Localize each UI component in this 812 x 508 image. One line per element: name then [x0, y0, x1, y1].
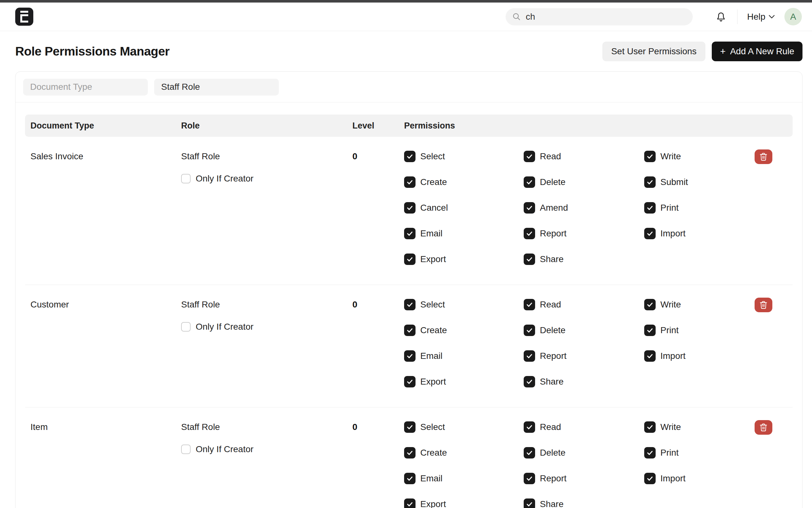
checkbox-checked-icon [404, 228, 415, 239]
checkmark-icon [526, 256, 533, 263]
checkbox-checked-icon [524, 151, 535, 162]
permission-checkbox[interactable]: Create [404, 325, 524, 336]
permission-checkbox[interactable]: Import [644, 473, 793, 484]
permission-checkbox[interactable]: Print [644, 447, 793, 459]
permission-checkbox[interactable]: Share [524, 376, 644, 387]
checkbox-checked-icon [524, 473, 535, 484]
permission-checkbox[interactable]: Import [644, 350, 793, 362]
column-header-level: Level [352, 121, 404, 131]
permission-checkbox[interactable]: Cancel [404, 202, 524, 214]
permission-checkbox[interactable]: Read [524, 299, 644, 310]
checkmark-icon [646, 352, 653, 359]
avatar[interactable]: A [784, 8, 802, 26]
permission-checkbox[interactable]: Report [524, 350, 644, 362]
permission-checkbox[interactable]: Import [644, 228, 793, 239]
permission-checkbox[interactable]: Email [404, 473, 524, 484]
permission-label: Create [420, 177, 447, 187]
navbar: ch Help A [0, 3, 812, 31]
permission-checkbox[interactable]: Report [524, 473, 644, 484]
permission-checkbox[interactable]: Email [404, 350, 524, 362]
permission-checkbox[interactable]: Export [404, 376, 524, 387]
help-menu[interactable]: Help [747, 12, 775, 22]
checkmark-icon [526, 153, 533, 160]
permission-checkbox[interactable]: Create [404, 176, 524, 188]
permission-checkbox[interactable]: Amend [524, 202, 644, 214]
permission-label: Export [420, 254, 446, 264]
permission-checkbox[interactable]: Share [524, 254, 644, 265]
permission-checkbox[interactable]: Delete [524, 447, 644, 459]
window-chrome-strip [0, 0, 812, 3]
permission-label: Select [420, 422, 445, 432]
checkbox-checked-icon [524, 350, 535, 362]
only-if-creator-checkbox[interactable]: Only If Creator [181, 174, 352, 184]
checkbox-checked-icon [524, 447, 535, 459]
column-header-role: Role [181, 121, 352, 131]
checkbox-checked-icon [404, 299, 415, 310]
permission-checkbox[interactable]: Delete [524, 176, 644, 188]
app-logo[interactable] [15, 8, 33, 26]
checkbox-checked-icon [524, 228, 535, 239]
checkbox-checked-icon [404, 254, 415, 265]
checkmark-icon [406, 204, 413, 211]
permission-checkbox[interactable]: Email [404, 228, 524, 239]
permission-checkbox[interactable]: Print [644, 202, 793, 214]
permission-label: Print [661, 325, 679, 335]
rule-level: 0 [352, 421, 404, 508]
permission-checkbox[interactable]: Read [524, 151, 644, 162]
checkbox-checked-icon [404, 202, 415, 214]
checkmark-icon [646, 230, 653, 237]
plus-icon: + [720, 47, 726, 56]
delete-rule-button[interactable] [755, 150, 772, 164]
rule-row: Sales InvoiceStaff RoleOnly If Creator0S… [25, 137, 793, 285]
permission-checkbox[interactable]: Delete [524, 325, 644, 336]
checkbox-checked-icon [644, 176, 656, 188]
rule-doc-type: Sales Invoice [31, 151, 181, 265]
permission-label: Delete [540, 448, 566, 458]
permission-label: Write [661, 151, 681, 162]
delete-rule-button[interactable] [755, 420, 772, 435]
checkbox-checked-icon [404, 499, 415, 508]
permission-label: Export [420, 377, 446, 387]
checkmark-icon [526, 352, 533, 359]
notifications-button[interactable] [714, 10, 728, 24]
search-input-value[interactable]: ch [526, 12, 535, 22]
only-if-creator-checkbox[interactable]: Only If Creator [181, 322, 352, 332]
logo-glyph [20, 14, 28, 23]
checkmark-icon [526, 327, 533, 334]
permission-checkbox[interactable]: Report [524, 228, 644, 239]
delete-rule-button[interactable] [755, 298, 772, 312]
only-if-creator-checkbox[interactable]: Only If Creator [181, 444, 352, 454]
permission-label: Export [420, 499, 446, 508]
checkbox-checked-icon [404, 350, 415, 362]
permission-checkbox[interactable]: Select [404, 421, 524, 433]
document-type-filter[interactable] [23, 79, 148, 95]
role-filter[interactable] [154, 79, 279, 95]
permission-checkbox[interactable]: Read [524, 421, 644, 433]
permission-checkbox[interactable]: Export [404, 499, 524, 508]
permission-checkbox[interactable]: Select [404, 299, 524, 310]
checkbox-checked-icon [644, 325, 656, 336]
checkbox-checked-icon [524, 176, 535, 188]
page-title: Role Permissions Manager [15, 44, 170, 58]
table-header-row: Document Type Role Level Permissions [25, 115, 793, 137]
permission-checkbox[interactable]: Select [404, 151, 524, 162]
permissions-card: Document Type Role Level Permissions Sal… [15, 71, 803, 508]
checkbox-checked-icon [524, 254, 535, 265]
permission-label: Write [661, 300, 681, 310]
checkmark-icon [526, 179, 533, 185]
set-user-permissions-button[interactable]: Set User Permissions [602, 42, 706, 61]
permission-checkbox[interactable]: Share [524, 499, 644, 508]
column-header-permissions: Permissions [404, 121, 793, 131]
checkmark-icon [646, 153, 653, 160]
search-icon [512, 12, 522, 22]
checkmark-icon [406, 449, 413, 456]
permission-checkbox[interactable]: Export [404, 254, 524, 265]
checkmark-icon [406, 378, 413, 385]
add-new-rule-button[interactable]: + Add A New Rule [712, 42, 803, 61]
permission-checkbox[interactable]: Submit [644, 176, 793, 188]
checkmark-icon [526, 378, 533, 385]
permission-checkbox[interactable]: Create [404, 447, 524, 459]
permission-label: Select [420, 151, 445, 162]
permission-checkbox[interactable]: Print [644, 325, 793, 336]
global-search[interactable]: ch [506, 8, 693, 26]
